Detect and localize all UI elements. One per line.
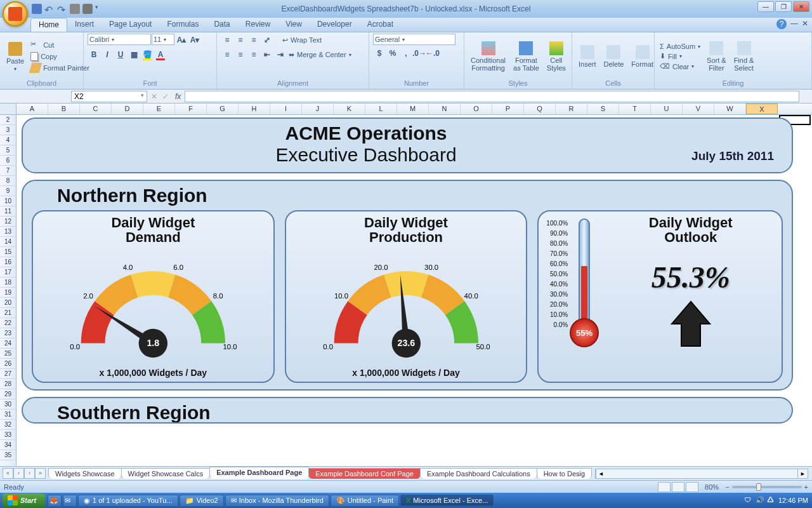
row-header[interactable]: 7 [0,166,16,176]
select-all-corner[interactable] [0,104,16,114]
column-header[interactable]: E [143,104,175,114]
ribbon-minimize-icon[interactable]: — [790,19,798,29]
clear-button[interactable]: ⌫Clear▾ [658,62,702,71]
row-header[interactable]: 33 [0,430,16,440]
column-header[interactable]: K [334,104,365,114]
name-box[interactable]: X2▾ [71,91,147,102]
maximize-button[interactable]: ❐ [775,1,792,12]
increase-decimal-button[interactable]: .0→ [413,47,426,60]
tab-review[interactable]: Review [238,18,278,32]
currency-button[interactable]: $ [373,47,386,60]
tray-icon[interactable]: 🔊 [756,496,764,505]
row-header[interactable]: 15 [0,247,16,257]
merge-center-button[interactable]: ⬌Merge & Center▾ [287,48,353,61]
zoom-slider[interactable] [732,486,802,488]
cut-button[interactable]: ✂Cut [29,39,91,51]
tab-nav-next[interactable]: › [24,468,35,479]
increase-indent-button[interactable]: ⇥ [274,48,287,61]
format-cells-button[interactable]: Format [629,44,656,69]
taskbar-item-active[interactable]: XMicrosoft Excel - Exce... [400,495,494,506]
workbook-close-icon[interactable]: ✕ [802,19,808,29]
taskbar-quicklaunch[interactable]: ✉ [63,495,77,507]
row-header[interactable]: 17 [0,267,16,277]
row-header[interactable]: 27 [0,369,16,379]
taskbar-item[interactable]: 🎨Untitled - Paint [331,495,399,507]
autosum-button[interactable]: ΣAutoSum▾ [658,42,702,51]
copy-button[interactable]: Copy [29,51,91,62]
column-header[interactable]: P [492,104,524,114]
zoom-level[interactable]: 80% [705,483,719,491]
border-button[interactable]: ▦ [128,48,140,61]
sheet-tab-active[interactable]: Example Dashboard Page [209,467,309,479]
column-header[interactable]: S [587,104,619,114]
row-header[interactable]: 8 [0,176,16,186]
grow-font-button[interactable]: A▴ [175,34,188,46]
row-header[interactable]: 5 [0,145,16,156]
row-header[interactable]: 30 [0,399,16,410]
tab-acrobat[interactable]: Acrobat [360,18,401,32]
align-bottom-button[interactable]: ≡ [247,34,260,46]
row-header[interactable]: 2 [0,115,16,125]
column-header[interactable]: F [175,104,207,114]
row-header[interactable]: 21 [0,308,16,318]
font-color-button[interactable]: A [154,48,167,61]
row-header[interactable]: 35 [0,450,16,460]
comma-button[interactable]: , [400,47,412,60]
row-header[interactable]: 14 [0,237,16,247]
fill-color-button[interactable]: 🪣 [141,48,154,61]
column-header[interactable]: R [556,104,587,114]
underline-button[interactable]: U [114,48,127,61]
tab-page-layout[interactable]: Page Layout [102,18,159,32]
tray-icon[interactable]: 🛡 [744,496,753,505]
column-header[interactable]: J [302,104,334,114]
row-header[interactable]: 26 [0,359,16,369]
sheet-tab[interactable]: How to Desig [537,468,592,479]
column-header[interactable]: H [239,104,270,114]
paste-button[interactable]: Paste ▾ [4,41,27,73]
column-header[interactable]: X [746,104,778,114]
column-header[interactable]: B [48,104,80,114]
column-header[interactable]: T [619,104,651,114]
column-header[interactable]: Q [524,104,556,114]
sheet-tab[interactable]: Example Dashboard Calculations [420,468,537,479]
column-header[interactable]: C [80,104,112,114]
row-header[interactable]: 25 [0,349,16,359]
tab-formulas[interactable]: Formulas [159,18,206,32]
column-header[interactable]: L [365,104,397,114]
shrink-font-button[interactable]: A▾ [188,34,201,46]
format-painter-button[interactable]: Format Painter [29,62,91,74]
undo-icon[interactable]: ↶ [44,4,55,14]
view-normal-button[interactable] [658,482,671,492]
row-header[interactable]: 4 [0,135,16,145]
column-header[interactable]: M [397,104,429,114]
wrap-text-button[interactable]: ↩Wrap Text [281,34,323,46]
taskbar-quicklaunch[interactable]: 🦊 [48,495,62,507]
italic-button[interactable]: I [101,48,114,61]
delete-cells-button[interactable]: Delete [601,44,627,69]
row-header[interactable]: 18 [0,277,16,288]
font-name-dropdown[interactable]: Calibri▾ [88,34,151,45]
taskbar-item[interactable]: 📁Video2 [180,495,224,507]
bold-button[interactable]: B [88,48,100,61]
horizontal-scrollbar[interactable]: ◄► [595,469,808,479]
row-header[interactable]: 6 [0,156,16,166]
column-header[interactable]: O [461,104,492,114]
row-header[interactable]: 29 [0,389,16,399]
sheet-tab[interactable]: Widget Showcase Calcs [121,468,211,479]
view-page-layout-button[interactable] [672,482,684,492]
tab-view[interactable]: View [278,18,310,32]
row-header[interactable]: 24 [0,338,16,349]
row-header[interactable]: 34 [0,440,16,450]
print-icon[interactable] [70,4,80,14]
row-header[interactable]: 20 [0,298,16,308]
row-header[interactable]: 11 [0,206,16,217]
align-right-button[interactable]: ≡ [247,48,260,61]
save-icon[interactable] [32,4,42,14]
tab-data[interactable]: Data [206,18,237,32]
row-header[interactable]: 19 [0,288,16,298]
format-as-table-button[interactable]: Format as Table [511,40,542,73]
row-header[interactable]: 12 [0,217,16,227]
align-center-button[interactable]: ≡ [234,48,247,61]
row-header[interactable]: 28 [0,379,16,389]
column-header[interactable]: W [714,104,746,114]
